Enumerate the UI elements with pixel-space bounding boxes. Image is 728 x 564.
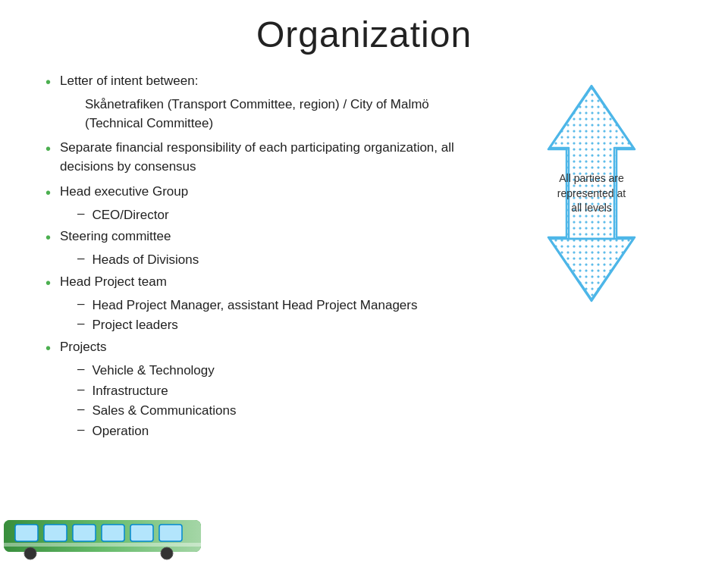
dash-icon-ceo: –	[77, 206, 84, 221]
svg-rect-11	[159, 525, 182, 541]
projects-label: Projects	[60, 338, 106, 357]
heads-text: Heads of Divisions	[92, 251, 199, 270]
svg-point-13	[161, 547, 173, 559]
svg-rect-14	[4, 543, 201, 547]
operation-text: Operation	[92, 422, 149, 441]
steering-label: Steering committee	[60, 227, 171, 246]
dash-icon-infra: –	[77, 382, 84, 397]
bullet-dot-icon-2: •	[46, 140, 51, 158]
arrow-svg	[504, 80, 679, 307]
sub-ceo: – CEO/Director	[77, 206, 485, 225]
dash-icon-operation: –	[77, 422, 84, 437]
arrow-diagram-container: All parties are represented at all level…	[485, 80, 698, 307]
svg-marker-3	[548, 86, 635, 301]
svg-rect-10	[130, 525, 153, 541]
left-column: • Letter of intent between: Skånetrafike…	[46, 72, 485, 447]
bullet-steering: • Steering committee	[46, 227, 485, 246]
sub-operation: – Operation	[77, 422, 485, 441]
head-executive-label: Head executive Group	[60, 183, 188, 202]
sub-heads: – Heads of Divisions	[77, 251, 485, 270]
vehicle-text: Vehicle & Technology	[92, 362, 214, 381]
bullet-section-intent: • Letter of intent between: Skånetrafike…	[46, 72, 485, 133]
svg-rect-7	[44, 525, 67, 541]
bullet-section-financial: • Separate financial responsibility of e…	[46, 139, 485, 176]
bullet-dot-icon-4: •	[46, 229, 51, 246]
tram-illustration	[0, 511, 228, 564]
sub-infra: – Infrastructure	[77, 382, 485, 401]
bullet-head-executive: • Head executive Group	[46, 183, 485, 202]
dash-icon-leaders: –	[77, 316, 84, 331]
bullet-financial-text: Separate financial responsibility of eac…	[60, 139, 485, 176]
dash-icon-heads: –	[77, 251, 84, 266]
bullet-dot-icon-5: •	[46, 274, 51, 292]
bullet-dot-icon-6: •	[46, 340, 51, 357]
infra-text: Infrastructure	[92, 382, 168, 401]
sub-leaders: – Project leaders	[77, 316, 485, 335]
svg-rect-6	[15, 525, 38, 541]
sub-manager: – Head Project Manager, assistant Head P…	[77, 296, 485, 315]
arrow-diagram: All parties are represented at all level…	[504, 80, 679, 307]
sales-text: Sales & Communications	[92, 402, 236, 421]
sub-sales: – Sales & Communications	[77, 402, 485, 421]
svg-rect-8	[73, 525, 96, 541]
sub-intent-text: Skånetrafiken (Transport Committee, regi…	[85, 96, 485, 133]
bullet-dot-icon: •	[46, 74, 51, 91]
manager-text: Head Project Manager, assistant Head Pro…	[92, 296, 417, 315]
bullet-projects: • Projects	[46, 338, 485, 357]
dash-icon-manager: –	[77, 296, 84, 312]
svg-rect-9	[102, 525, 124, 541]
sub-vehicle: – Vehicle & Technology	[77, 362, 485, 381]
dash-icon-vehicle: –	[77, 362, 84, 377]
ceo-text: CEO/Director	[92, 206, 168, 225]
dash-icon-sales: –	[77, 402, 84, 417]
hierarchy-section: • Head executive Group – CEO/Director • …	[46, 183, 485, 441]
page-title: Organization	[0, 14, 728, 55]
project-team-label: Head Project team	[60, 273, 167, 292]
bullet-intent-text: Letter of intent between:	[60, 72, 198, 91]
svg-point-12	[24, 547, 36, 559]
bullet-project-team: • Head Project team	[46, 273, 485, 292]
tram-svg	[0, 511, 212, 560]
bullet-dot-icon-3: •	[46, 184, 51, 202]
leaders-text: Project leaders	[92, 316, 177, 335]
